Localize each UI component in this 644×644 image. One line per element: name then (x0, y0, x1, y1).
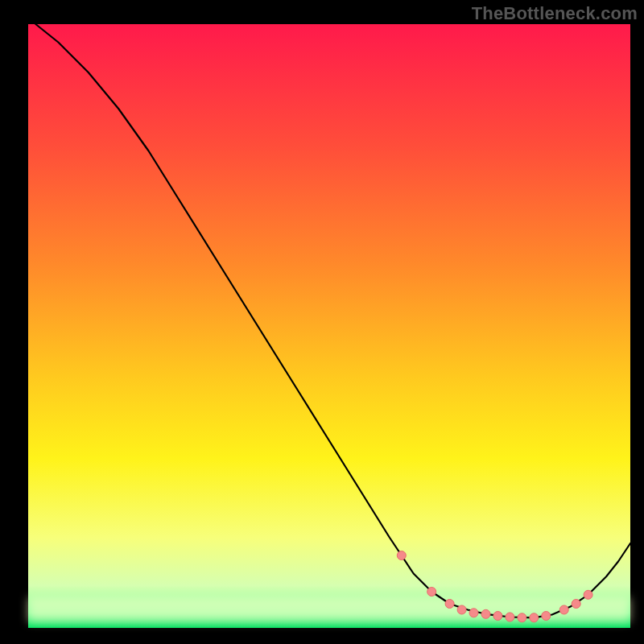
glow-band (28, 598, 630, 622)
marker-point (397, 551, 406, 560)
marker-point (445, 600, 454, 609)
marker-point (469, 609, 478, 617)
marker-point (530, 613, 539, 622)
marker-point (572, 600, 580, 609)
marker-point (584, 590, 592, 599)
marker-point (457, 605, 466, 614)
watermark: TheBottleneck.com (472, 3, 638, 24)
plot-background (28, 24, 630, 628)
marker-point (542, 612, 551, 621)
marker-point (481, 609, 490, 618)
chart-plot (0, 0, 644, 644)
marker-point (518, 613, 526, 622)
marker-point (493, 612, 502, 621)
marker-point (427, 588, 436, 597)
marker-point (559, 605, 568, 614)
marker-point (506, 613, 514, 621)
chart-container: TheBottleneck.com (0, 0, 644, 644)
